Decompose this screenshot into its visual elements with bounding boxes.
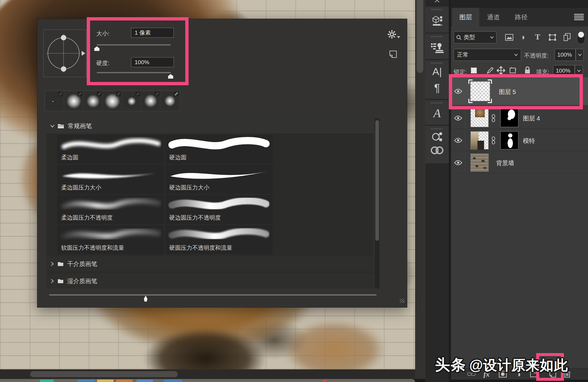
brush-angle-preview[interactable] xyxy=(43,30,86,77)
chevron-down-icon xyxy=(514,54,518,56)
brush-item[interactable]: 硬圆压力不透明度和流量 xyxy=(165,225,273,254)
dock-app-tile xyxy=(116,380,133,382)
brush-group-dry-media[interactable]: 干介质画笔 xyxy=(46,256,374,271)
tab-layers[interactable]: 图层 xyxy=(452,8,479,27)
filter-type-layers-icon[interactable]: T xyxy=(535,33,540,42)
visibility-toggle[interactable] xyxy=(451,130,465,151)
filter-adjustment-layers-icon[interactable]: ◑ xyxy=(520,33,525,42)
blend-mode-dropdown[interactable]: 正常 xyxy=(454,49,521,61)
dock-tile-type-panels[interactable]: A| ¶ xyxy=(425,60,449,99)
layer-filter-dropdown[interactable]: 类型 xyxy=(454,31,496,43)
character-panel-icon[interactable]: A| xyxy=(425,66,449,77)
dock-tile-glyphs[interactable]: A xyxy=(425,100,449,125)
drag-grip xyxy=(431,62,443,64)
layer-thumbnail[interactable] xyxy=(471,109,489,127)
brush-item[interactable]: 硬边圆压力大小 xyxy=(165,165,273,194)
tab-channels[interactable]: 通道 xyxy=(480,8,507,27)
canvas-hscrollbar-thumb[interactable] xyxy=(30,371,178,377)
folder-icon xyxy=(58,279,64,284)
eye-icon xyxy=(454,115,462,121)
dock-tile-clone-source[interactable] xyxy=(425,34,449,59)
new-preset-icon[interactable] xyxy=(389,50,397,58)
brush-group-label: 湿介质画笔 xyxy=(67,277,97,285)
opacity-value[interactable]: 100% xyxy=(555,49,576,61)
brush-item[interactable]: 硬边圆压力不透明度 xyxy=(165,195,273,224)
panel-resize-grip[interactable] xyxy=(400,299,405,303)
visibility-toggle[interactable] xyxy=(451,152,465,173)
filter-pixel-layers-icon[interactable] xyxy=(505,34,513,41)
drag-grip xyxy=(431,102,443,104)
eye-icon xyxy=(454,138,462,143)
filter-smart-objects-icon[interactable] xyxy=(564,33,571,41)
brush-item[interactable]: 柔边圆 xyxy=(57,135,164,164)
panel-top-strip xyxy=(451,0,588,8)
stroke-preview-slider[interactable] xyxy=(49,294,377,296)
folder-open-icon xyxy=(58,124,64,129)
layer-mask-thumbnail[interactable] xyxy=(500,131,518,149)
brush-item[interactable]: 软圆压力不透明度和流量 xyxy=(57,225,164,254)
brush-list-scrollbar-thumb[interactable] xyxy=(375,120,379,241)
panel-settings-gear-icon[interactable] xyxy=(387,30,396,39)
drag-grip xyxy=(431,36,443,37)
pencil-badge-icon xyxy=(174,91,179,96)
opacity-chevron[interactable] xyxy=(576,49,584,61)
watermark-handle: @设计原来如此 xyxy=(469,357,568,373)
canvas-vscrollbar-thumb[interactable] xyxy=(417,0,423,73)
recent-brush-small-soft[interactable] xyxy=(122,91,141,110)
layer-name[interactable]: 模特 xyxy=(523,137,535,145)
brush-item[interactable]: 硬边圆 xyxy=(165,135,273,164)
tab-paths[interactable]: 路径 xyxy=(508,8,535,27)
layer-thumbnail[interactable] xyxy=(471,154,489,172)
lock-all-icon[interactable] xyxy=(524,66,530,74)
layer-row-model[interactable]: 模特 xyxy=(451,130,588,151)
brush-group-general[interactable]: 常规画笔 xyxy=(46,118,374,133)
filter-toggle[interactable] xyxy=(577,31,585,44)
recent-brush-soft[interactable] xyxy=(103,91,121,110)
visibility-toggle[interactable] xyxy=(451,107,465,129)
panel-menu-icon[interactable] xyxy=(574,14,584,20)
layer-name[interactable]: 背景墙 xyxy=(496,159,514,167)
lock-paint-icon[interactable] xyxy=(486,67,494,74)
filter-shape-layers-icon[interactable] xyxy=(549,34,556,41)
recent-brush-soft[interactable] xyxy=(64,91,83,110)
dock-tile-3d[interactable] xyxy=(425,7,449,33)
brush-badge-icon xyxy=(155,91,160,96)
recent-brush-pixel[interactable] xyxy=(45,91,64,110)
annotation-box-brush-settings xyxy=(87,17,189,85)
creative-cloud-icon xyxy=(430,146,444,155)
brush-group-wet-media[interactable]: 湿介质画笔 xyxy=(46,274,374,289)
layer-mask-thumbnail[interactable] xyxy=(500,109,518,127)
chevron-up-partial-icon xyxy=(435,0,439,2)
layer-thumbnail[interactable] xyxy=(471,131,489,149)
dock-tile-libraries[interactable] xyxy=(425,126,449,163)
layer-row-4[interactable]: 图层 4 xyxy=(451,107,588,129)
lock-position-icon[interactable] xyxy=(497,66,505,75)
canvas-hscrollbar[interactable] xyxy=(0,369,415,379)
recent-brush-pencil[interactable] xyxy=(161,91,179,110)
paragraph-panel-icon[interactable]: ¶ xyxy=(425,82,449,95)
properties-3d-icon xyxy=(431,14,443,27)
layer-name[interactable]: 图层 4 xyxy=(523,114,540,123)
panel-dock-strip: A| ¶ A xyxy=(425,0,449,382)
lock-transparency-icon[interactable] xyxy=(471,67,477,74)
chevron-down-icon xyxy=(50,125,55,127)
panel-tab-bar: 图层 通道 路径 xyxy=(451,8,588,27)
opacity-label: 不透明度: xyxy=(524,52,549,60)
lock-artboard-icon[interactable] xyxy=(509,67,517,74)
dock-red-dot xyxy=(323,380,327,382)
stroke-preview-slider-thumb[interactable] xyxy=(143,296,148,302)
recent-brush-soft[interactable] xyxy=(83,91,102,110)
brush-badge-icon xyxy=(97,91,102,96)
brush-item[interactable]: 柔边圆压力大小 xyxy=(57,165,164,194)
layers-panel: 图层 通道 路径 类型 ◑ T xyxy=(451,0,588,382)
chevron-right-icon xyxy=(51,279,54,283)
glyphs-panel-icon[interactable]: A xyxy=(425,106,449,120)
recent-brush-soft[interactable] xyxy=(141,91,160,110)
brush-list-scrollbar[interactable] xyxy=(375,118,380,289)
layer-row-background-wall[interactable]: 背景墙 xyxy=(451,152,588,174)
dock-app-tile xyxy=(136,380,153,382)
brush-item[interactable]: 柔边圆压力不透明度 xyxy=(57,195,164,224)
canvas-vscrollbar[interactable] xyxy=(415,0,425,379)
chevron-down-icon xyxy=(490,36,494,39)
drag-grip xyxy=(431,128,443,130)
